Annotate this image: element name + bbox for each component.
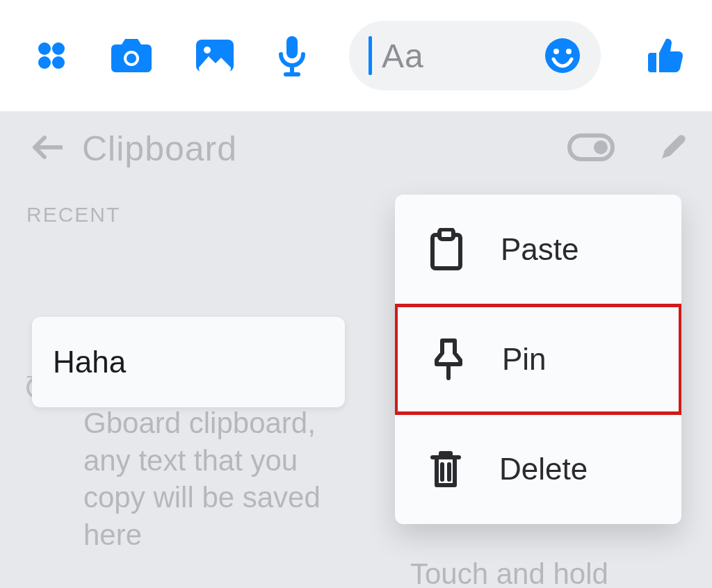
pin-icon bbox=[431, 338, 466, 381]
svg-point-7 bbox=[204, 47, 211, 54]
emoji-icon[interactable] bbox=[544, 37, 581, 74]
image-icon[interactable] bbox=[195, 38, 235, 73]
thumbs-up-icon[interactable] bbox=[642, 35, 684, 76]
menu-item-label: Delete bbox=[499, 452, 588, 487]
svg-point-5 bbox=[127, 54, 136, 63]
svg-point-2 bbox=[38, 56, 51, 69]
svg-point-1 bbox=[52, 42, 65, 55]
message-input[interactable]: Aa bbox=[349, 21, 601, 90]
svg-point-0 bbox=[38, 42, 51, 55]
svg-rect-17 bbox=[439, 229, 453, 239]
mic-icon[interactable] bbox=[277, 35, 307, 76]
svg-point-12 bbox=[553, 49, 559, 54]
apps-icon[interactable] bbox=[35, 39, 68, 72]
menu-item-label: Paste bbox=[501, 232, 579, 267]
svg-point-3 bbox=[52, 56, 65, 69]
camera-icon[interactable] bbox=[110, 38, 153, 74]
menu-item-pin[interactable]: Pin bbox=[395, 304, 681, 415]
compose-bar: Aa bbox=[0, 0, 712, 111]
clipboard-panel: Clipboard RECENT T Welcome to Gboard cli… bbox=[0, 111, 712, 588]
menu-item-paste[interactable]: Paste bbox=[395, 195, 681, 304]
trash-icon bbox=[428, 449, 463, 489]
svg-rect-10 bbox=[284, 72, 300, 76]
clip-chip-selected[interactable]: Haha bbox=[32, 317, 345, 407]
context-menu: Paste Pin Delete bbox=[395, 195, 681, 524]
svg-rect-8 bbox=[286, 36, 298, 58]
svg-point-13 bbox=[566, 49, 572, 54]
text-caret bbox=[369, 36, 372, 75]
clip-chip-text: Haha bbox=[53, 345, 126, 379]
menu-item-label: Pin bbox=[502, 342, 547, 377]
message-placeholder: Aa bbox=[382, 37, 424, 75]
menu-item-delete[interactable]: Delete bbox=[395, 414, 681, 524]
clipboard-icon bbox=[428, 228, 464, 271]
